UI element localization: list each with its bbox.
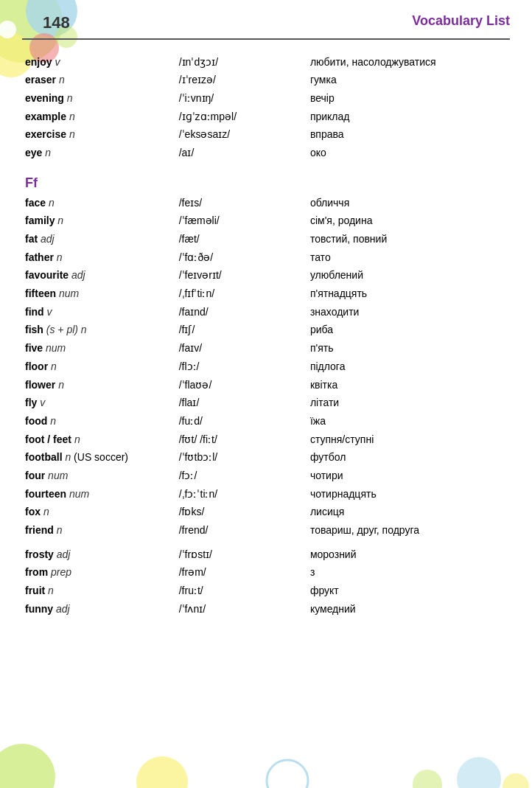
table-row: find v /faɪnd/ знаходити	[22, 303, 517, 321]
word: five	[25, 342, 43, 354]
page-number: 148	[43, 13, 70, 32]
table-row: fox n /fɒks/ лисиця	[22, 503, 517, 522]
vocab-table-e: enjoy v /ɪnˈdʒɔɪ/ любити, насолоджуватис…	[22, 53, 517, 162]
table-row: flower n /ˈflaʊə/ квітка	[22, 376, 517, 394]
translation: кумедний	[307, 600, 517, 618]
table-row: family n /ˈfæməli/ сім'я, родина	[22, 212, 517, 231]
content-area: enjoy v /ɪnˈdʒɔɪ/ любити, насолоджуватис…	[22, 46, 517, 618]
translation: п'ятнадцять	[307, 285, 517, 304]
table-row: fish (s + pl) n /fɪʃ/ риба	[22, 321, 517, 340]
phonetic: /ˈiːvnɪŋ/	[176, 89, 307, 108]
table-row: five num /faɪv/ п'ять	[22, 340, 517, 358]
word: from	[25, 566, 48, 578]
phonetic: /ˈfrɒstɪ/	[176, 545, 307, 564]
svg-point-10	[413, 770, 442, 788]
word: fifteen	[25, 287, 56, 299]
table-row: four num /fɔː/ чотири	[22, 467, 517, 485]
word: eye	[25, 147, 42, 158]
word: fruit	[25, 585, 45, 596]
svg-point-7	[136, 756, 188, 788]
translation: лисиця	[307, 503, 517, 522]
word: frosty	[25, 548, 54, 560]
word: face	[25, 197, 46, 209]
table-row: evening n /ˈiːvnɪŋ/ вечір	[22, 89, 517, 108]
phonetic: /fɒks/	[176, 503, 307, 522]
word: four	[25, 470, 45, 481]
phonetic: /ˌfɔːˈtiːn/	[176, 485, 307, 503]
phonetic: /flaɪ/	[176, 394, 307, 413]
word: evening	[25, 92, 64, 104]
word: father	[25, 251, 54, 263]
translation: з	[307, 564, 517, 582]
phonetic: /ˈfeɪvərɪt/	[176, 267, 307, 285]
word: flower	[25, 379, 55, 391]
translation: їжа	[307, 412, 517, 430]
page-title: Vocabulary List	[412, 13, 510, 29]
table-row: face n /feɪs/ обличчя	[22, 194, 517, 212]
word: find	[25, 306, 44, 318]
translation: ступня/ступні	[307, 430, 517, 449]
table-row: exercise n /ˈeksəsaɪz/ вправа	[22, 126, 517, 144]
phonetic: /fɪʃ/	[176, 321, 307, 340]
word: floor	[25, 360, 48, 372]
translation: обличчя	[307, 194, 517, 212]
word: fourteen	[25, 488, 66, 500]
table-row: fourteen num /ˌfɔːˈtiːn/ чотирнадцять	[22, 485, 517, 503]
table-row: eye n /aɪ/ око	[22, 144, 517, 162]
translation: морозний	[307, 545, 517, 564]
svg-point-6	[0, 744, 55, 788]
phonetic: /feɪs/	[176, 194, 307, 212]
table-row: foot / feet n /fʊt/ /fiːt/ ступня/ступні	[22, 430, 517, 449]
svg-point-8	[267, 760, 308, 788]
phonetic: /ˈflaʊə/	[176, 376, 307, 394]
translation: риба	[307, 321, 517, 340]
translation: улюблений	[307, 267, 517, 285]
phonetic: /ɪˈreɪzə/	[176, 72, 307, 90]
word: football	[25, 451, 63, 463]
translation: квітка	[307, 376, 517, 394]
phonetic: /frəm/	[176, 564, 307, 582]
translation: п'ять	[307, 340, 517, 358]
translation: приклад	[307, 108, 517, 126]
phonetic: /ɪnˈdʒɔɪ/	[176, 53, 307, 72]
table-row: football n (US soccer) /ˈfʊtbɔːl/ футбол	[22, 449, 517, 467]
word: eraser	[25, 74, 56, 86]
translation: око	[307, 144, 517, 162]
phonetic: /frend/	[176, 522, 307, 540]
translation: сім'я, родина	[307, 212, 517, 231]
table-row: frosty adj /ˈfrɒstɪ/ морозний	[22, 545, 517, 564]
phonetic: /fɔː/	[176, 467, 307, 485]
word: favourite	[25, 269, 69, 281]
phonetic: /fuːd/	[176, 412, 307, 430]
section-ff-header: Ff	[22, 168, 517, 194]
phonetic: /flɔː/	[176, 358, 307, 376]
translation: підлога	[307, 358, 517, 376]
translation: вправа	[307, 126, 517, 144]
table-row: eraser n /ɪˈreɪzə/ гумка	[22, 72, 517, 90]
table-row: fly v /flaɪ/ літати	[22, 394, 517, 413]
phonetic: /ˈeksəsaɪz/	[176, 126, 307, 144]
phonetic: /aɪ/	[176, 144, 307, 162]
table-row: fruit n /fruːt/ фрукт	[22, 582, 517, 601]
deco-circles-bottom	[0, 729, 532, 788]
table-row: favourite adj /ˈfeɪvərɪt/ улюблений	[22, 267, 517, 285]
table-row: father n /ˈfɑːðə/ тато	[22, 248, 517, 267]
phonetic: /faɪnd/	[176, 303, 307, 321]
translation: тато	[307, 248, 517, 267]
spacer	[22, 162, 517, 168]
translation: товстий, повний	[307, 231, 517, 249]
table-row: funny adj /ˈfʌnɪ/ кумедний	[22, 600, 517, 618]
translation: чотири	[307, 467, 517, 485]
phonetic: /fʊt/ /fiːt/	[176, 430, 307, 449]
table-row: floor n /flɔː/ підлога	[22, 358, 517, 376]
phonetic: /ˈfʌnɪ/	[176, 600, 307, 618]
table-row: fat adj /fæt/ товстий, повний	[22, 231, 517, 249]
word: example	[25, 111, 66, 122]
vocab-table-ff: face n /feɪs/ обличчя family n /ˈfæməli/…	[22, 194, 517, 540]
translation: чотирнадцять	[307, 485, 517, 503]
word: fox	[25, 506, 41, 517]
word: enjoy	[25, 56, 52, 68]
translation: фрукт	[307, 582, 517, 601]
vocab-table-fr: frosty adj /ˈfrɒstɪ/ морозний from prep …	[22, 545, 517, 618]
translation: знаходити	[307, 303, 517, 321]
